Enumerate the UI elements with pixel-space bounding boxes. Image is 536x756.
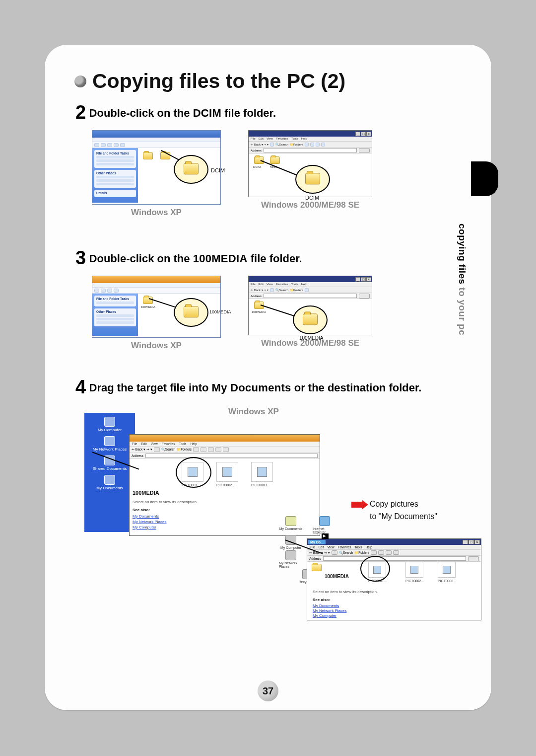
step-text: Double-click on the DCIM file folder. — [89, 107, 276, 119]
file-thumbnail — [438, 562, 456, 578]
red-arrow-icon — [351, 500, 368, 509]
figure-caption: Windows 2000/ME/98 SE — [261, 200, 359, 210]
figure-caption: Windows XP — [228, 407, 279, 417]
figure-caption: Windows XP — [131, 208, 182, 218]
figure-xp: File and Folder Tasks Other Places Detai… — [84, 130, 228, 218]
desktop-icon: My Documents — [84, 475, 135, 490]
folder-icon — [303, 313, 318, 325]
side-label-dark: copying files — [457, 224, 468, 285]
dcim-callout — [295, 165, 330, 194]
desktop-icon: My Network Places — [84, 436, 135, 452]
svg-marker-0 — [351, 500, 368, 509]
dcim-callout — [174, 155, 208, 184]
folder-icon — [143, 152, 153, 159]
page-title: Copying files to the PC (2) — [74, 70, 471, 93]
folder-icon — [312, 564, 322, 571]
side-label-dim: to your pc — [457, 285, 468, 336]
folder-icon — [305, 173, 320, 184]
myfolder-tab: ▶ — [322, 533, 329, 539]
classic-explorer-window: My Do... _□× FileEditViewFavoritesToolsH… — [307, 538, 481, 620]
step-number: 2 — [75, 102, 86, 123]
figure-caption: Windows XP — [131, 341, 182, 351]
window-title: 100MEDIA — [133, 490, 159, 496]
step3-figures: File and Folder Tasks Other Places 100ME… — [84, 276, 471, 351]
page-title-text: Copying files to the PC (2) — [92, 70, 345, 93]
step-3: 3 Double-click on the 100MEDIA file fold… — [75, 247, 471, 269]
step-2: 2 Double-click on the DCIM file folder. — [75, 102, 471, 123]
callout-label: 100MEDIA — [299, 335, 323, 341]
page-number: 37 — [258, 680, 278, 701]
side-section-label: copying files to your pc — [457, 224, 468, 335]
folder-icon — [254, 156, 264, 164]
folder-icon — [143, 297, 153, 304]
file-thumbnail — [405, 562, 423, 578]
drag-source-callout — [360, 556, 390, 582]
figure-xp: File and Folder Tasks Other Places 100ME… — [84, 276, 228, 351]
figure-classic: _□× File Edit View Favorites Tools Help … — [243, 130, 377, 218]
xp-desktop: My Computer My Network Places Shared Doc… — [84, 413, 135, 532]
step-number: 3 — [75, 247, 86, 269]
callout-label: 100MEDIA — [209, 309, 231, 314]
step4-figures: Windows XP My Computer My Network Places… — [84, 407, 481, 640]
folder-icon — [184, 306, 199, 317]
step2-figures: File and Folder Tasks Other Places Detai… — [84, 130, 471, 218]
step-text: Drag the target file into My Documents o… — [89, 381, 422, 394]
step-number: 4 — [75, 377, 86, 398]
media-callout — [293, 305, 328, 334]
title-bullet-icon — [74, 76, 86, 87]
step-4: 4 Drag the target file into My Documents… — [75, 377, 471, 398]
folder-icon — [184, 163, 199, 174]
folder-icon — [270, 156, 280, 164]
copy-instruction: Copy pictures to "My Documents" — [370, 499, 437, 523]
media-callout — [174, 298, 208, 327]
step-text: Double-click on the 100MEDIA file folder… — [89, 252, 302, 265]
file-thumbnail — [251, 462, 273, 482]
callout-label: DCIM — [211, 167, 225, 173]
figure-classic: _□× FileEditViewFavoritesToolsHelp ⇐ Bac… — [243, 276, 377, 351]
thumb-tab — [471, 161, 498, 196]
desktop-icon: My Computer — [84, 417, 135, 432]
callout-label: DCIM — [305, 195, 319, 201]
manual-page: copying files to your pc Copying files t… — [45, 45, 491, 710]
file-thumbnail — [216, 462, 238, 482]
drag-source-callout — [176, 457, 211, 488]
